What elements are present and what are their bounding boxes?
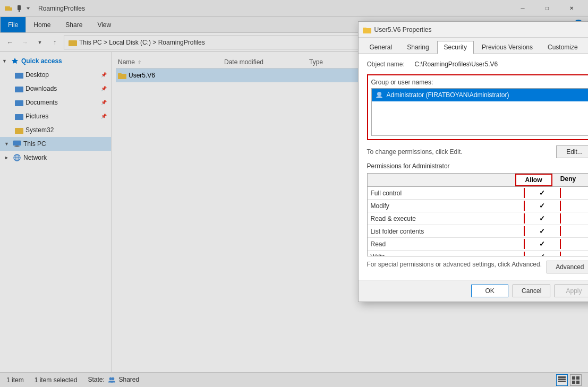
dialog-content: Object name: C:\RoamingProfiles\User5.V6…	[359, 54, 589, 280]
perm-row-read-execute: Read & execute ✓	[368, 212, 589, 225]
dialog-tab-general[interactable]: General	[363, 41, 399, 54]
permissions-header: Allow Deny	[368, 174, 589, 187]
perm-header-deny: Deny	[552, 174, 584, 186]
group-box-label: Group or user names:	[371, 79, 589, 86]
ok-button[interactable]: OK	[471, 285, 508, 297]
perm-header-name	[368, 174, 515, 186]
administrator-label: Administrator (FIRATBOYAN\Administrator)	[387, 91, 509, 99]
dialog-tabs: General Sharing Security Previous Versio…	[359, 38, 589, 54]
perm-header-allow: Allow	[515, 174, 552, 186]
object-name-value: C:\RoamingProfiles\User5.V6	[415, 61, 498, 68]
dialog-tab-security[interactable]: Security	[437, 41, 474, 54]
edit-button[interactable]: Edit...	[556, 145, 589, 158]
cancel-button[interactable]: Cancel	[513, 285, 550, 297]
svg-point-32	[377, 92, 381, 96]
perm-row-list-folder: List folder contents ✓	[368, 225, 589, 238]
permissions-body: Full control ✓ Modify ✓ Read & execute	[368, 187, 589, 256]
main-area: ▼ Quick access Desktop 📌 Downloads 📌	[0, 52, 588, 372]
svg-rect-31	[363, 28, 371, 33]
perm-row-modify: Modify ✓	[368, 200, 589, 212]
edit-hint-text: To change permissions, click Edit.	[367, 148, 463, 156]
dialog-tab-customize[interactable]: Customize	[541, 41, 585, 54]
perm-row-full-control: Full control ✓	[368, 187, 589, 200]
perm-row-read: Read ✓	[368, 238, 589, 251]
dialog-title: User5.V6 Properties	[374, 26, 584, 33]
dialog-tab-sharing[interactable]: Sharing	[400, 41, 436, 54]
dialog-backdrop: User5.V6 Properties ✕ General Sharing Se…	[0, 0, 588, 387]
group-item-administrator[interactable]: Administrator (FIRATBOYAN\Administrator)	[372, 89, 589, 101]
dialog-title-bar: User5.V6 Properties ✕	[359, 22, 589, 38]
perm-row-write: Write ✓	[368, 251, 589, 256]
properties-dialog: User5.V6 Properties ✕ General Sharing Se…	[358, 21, 589, 302]
dialog-folder-icon	[363, 26, 371, 33]
advanced-row: For special permissions or advanced sett…	[367, 261, 589, 273]
group-user-names-box: Group or user names: Administrator (FIRA…	[367, 74, 589, 140]
object-name-row: Object name: C:\RoamingProfiles\User5.V6	[367, 61, 589, 68]
group-list: Administrator (FIRATBOYAN\Administrator)	[371, 88, 589, 136]
permissions-label: Permissions for Administrator	[367, 162, 589, 170]
dialog-close-button[interactable]: ✕	[584, 24, 589, 36]
file-area: Name ⇧ Date modified Type Size User5.V6	[112, 52, 588, 372]
advanced-button[interactable]: Advanced	[547, 261, 588, 273]
object-name-label: Object name:	[367, 61, 415, 68]
user-icon	[375, 91, 384, 99]
dialog-tab-previous-versions[interactable]: Previous Versions	[475, 41, 540, 54]
dialog-footer: OK Cancel Apply	[359, 280, 589, 302]
advanced-hint-text: For special permissions or advanced sett…	[367, 261, 547, 268]
edit-row: To change permissions, click Edit. Edit.…	[367, 145, 589, 158]
apply-button[interactable]: Apply	[555, 285, 588, 297]
permissions-table: Allow Deny Full control ✓ Modify	[367, 173, 589, 256]
